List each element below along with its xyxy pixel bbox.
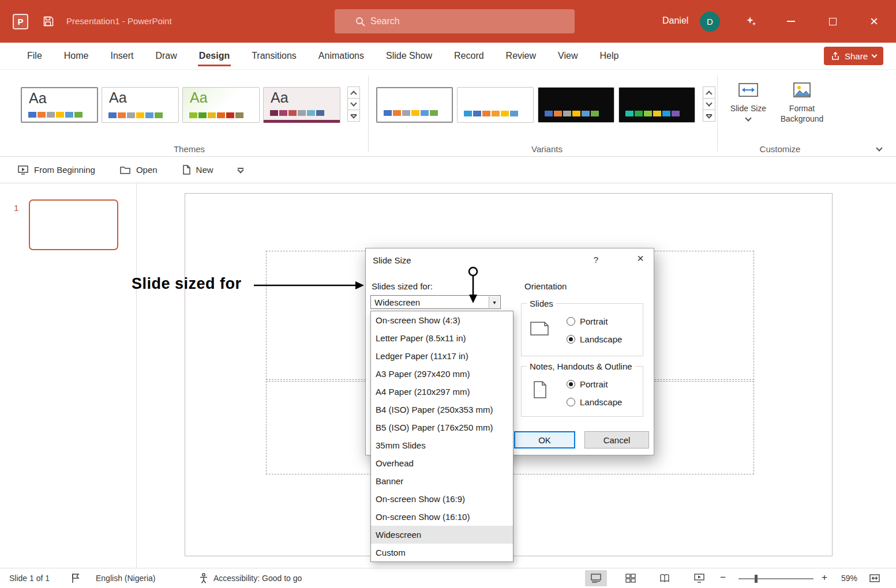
zoom-in-button[interactable]: + — [822, 572, 827, 583]
avatar[interactable]: D — [700, 12, 720, 32]
theme-sample-text: Aa — [22, 88, 97, 105]
tab-draw[interactable]: Draw — [144, 43, 188, 69]
slide-1-thumbnail[interactable] — [29, 199, 118, 250]
variant-4[interactable] — [618, 87, 695, 123]
themes-scroll-down-button[interactable] — [347, 98, 360, 110]
variants-scroll-down-button[interactable] — [703, 98, 715, 110]
language-indicator[interactable]: English (Nigeria) — [96, 574, 155, 583]
tab-insert[interactable]: Insert — [99, 43, 144, 69]
maximize-button[interactable] — [816, 0, 849, 43]
normal-view-button[interactable] — [585, 570, 607, 586]
list-item[interactable]: A3 Paper (297x420 mm) — [371, 365, 513, 383]
whats-new-icon[interactable] — [745, 15, 758, 30]
variant-1[interactable] — [376, 87, 453, 123]
list-item[interactable]: 35mm Slides — [371, 436, 513, 454]
dialog-close-button[interactable]: × — [627, 248, 654, 268]
slide-thumbnail-pane: 1 — [0, 183, 137, 568]
slides-sized-for-dropdown[interactable]: Widescreen ▾ — [370, 295, 501, 309]
collapse-ribbon-icon[interactable] — [876, 145, 882, 151]
tab-animations[interactable]: Animations — [308, 43, 375, 69]
list-item[interactable]: Letter Paper (8.5x11 in) — [371, 329, 513, 347]
search-box[interactable] — [335, 9, 575, 33]
user-name[interactable]: Daniel — [662, 16, 688, 26]
zoom-slider-thumb[interactable] — [755, 575, 758, 583]
portrait-label[interactable]: Portrait — [580, 379, 608, 389]
save-icon[interactable] — [43, 16, 54, 29]
new-button[interactable]: New — [182, 164, 213, 175]
radio-unchecked-icon[interactable] — [567, 398, 575, 406]
from-beginning-button[interactable]: From Beginning — [17, 165, 95, 175]
slide-size-button[interactable]: Slide Size — [730, 80, 767, 120]
cancel-button[interactable]: Cancel — [584, 431, 649, 448]
slide-sorter-view-button[interactable] — [620, 570, 642, 586]
tab-record[interactable]: Record — [443, 43, 495, 69]
notes-portrait-option[interactable]: Portrait — [567, 379, 608, 389]
list-item[interactable]: On-screen Show (4:3) — [371, 311, 513, 329]
radio-checked-icon[interactable] — [567, 380, 575, 389]
list-item[interactable]: Ledger Paper (11x17 in) — [371, 347, 513, 365]
list-item[interactable]: On-screen Show (16:9) — [371, 490, 513, 508]
tab-home[interactable]: Home — [53, 43, 100, 69]
variants-scroll-up-button[interactable] — [703, 86, 715, 99]
notes-landscape-option[interactable]: Landscape — [567, 397, 622, 407]
tab-file[interactable]: File — [16, 43, 53, 69]
accessibility-icon[interactable] — [198, 572, 209, 586]
proofing-flag-icon[interactable] — [70, 572, 81, 586]
radio-checked-icon[interactable] — [567, 335, 575, 344]
tab-transitions[interactable]: Transitions — [241, 43, 308, 69]
themes-more-button[interactable] — [347, 110, 360, 122]
list-item[interactable]: A4 Paper (210x297 mm) — [371, 383, 513, 401]
close-button[interactable]: × — [857, 0, 891, 43]
zoom-slider-track[interactable] — [738, 578, 813, 579]
list-item[interactable]: B4 (ISO) Paper (250x353 mm) — [371, 401, 513, 419]
notes-group-label: Notes, Handouts & Outline — [527, 361, 635, 371]
variant-2[interactable] — [457, 87, 534, 123]
search-input[interactable] — [370, 16, 555, 27]
list-item[interactable]: Overhead — [371, 454, 513, 472]
theme-2[interactable]: Aa — [102, 87, 179, 123]
list-item[interactable]: B5 (ISO) Paper (176x250 mm) — [371, 419, 513, 436]
tab-design[interactable]: Design — [188, 43, 241, 69]
landscape-label[interactable]: Landscape — [580, 334, 622, 344]
notes-orientation-group: Notes, Handouts & Outline Portrait Lands… — [521, 366, 643, 417]
list-item[interactable]: On-screen Show (16:10) — [371, 508, 513, 526]
zoom-out-button[interactable]: − — [720, 572, 726, 583]
slide-counter[interactable]: Slide 1 of 1 — [9, 574, 50, 583]
radio-unchecked-icon[interactable] — [567, 317, 575, 326]
fit-slide-to-window-icon[interactable] — [869, 572, 880, 586]
group-divider — [368, 76, 369, 152]
slides-portrait-option[interactable]: Portrait — [567, 316, 608, 326]
variant-3[interactable] — [538, 87, 614, 123]
minimize-button[interactable] — [774, 0, 808, 43]
tab-view[interactable]: View — [547, 43, 588, 69]
theme-dividend[interactable]: Aa — [263, 87, 340, 123]
zoom-level[interactable]: 59% — [841, 574, 857, 583]
theme-office[interactable]: Aa — [21, 87, 98, 123]
reading-view-button[interactable] — [654, 570, 676, 586]
ok-button[interactable]: OK — [514, 431, 575, 448]
variant-palette — [384, 110, 438, 116]
tab-help[interactable]: Help — [588, 43, 629, 69]
landscape-label[interactable]: Landscape — [580, 397, 622, 407]
from-beginning-label: From Beginning — [34, 165, 95, 175]
dropdown-arrow-icon[interactable]: ▾ — [489, 296, 500, 308]
themes-scroll-up-button[interactable] — [347, 86, 360, 99]
customize-group-label: Customize — [722, 144, 838, 154]
portrait-label[interactable]: Portrait — [580, 316, 608, 326]
list-item[interactable]: Banner — [371, 472, 513, 490]
dialog-help-button[interactable]: ? — [590, 255, 602, 265]
share-button[interactable]: Share — [824, 47, 883, 65]
accessibility-status[interactable]: Accessibility: Good to go — [213, 574, 302, 583]
slide-show-view-button[interactable] — [688, 570, 710, 586]
toolbar-more-button[interactable] — [238, 168, 243, 172]
list-item[interactable]: Custom — [371, 544, 513, 561]
open-button[interactable]: Open — [119, 165, 158, 175]
variants-more-button[interactable] — [703, 110, 715, 122]
list-item-widescreen-selected[interactable]: Widescreen — [371, 526, 513, 544]
tab-slide-show[interactable]: Slide Show — [375, 43, 443, 69]
theme-facet[interactable]: Aa — [182, 87, 260, 123]
format-background-button[interactable]: Format Background — [775, 80, 828, 124]
tab-review[interactable]: Review — [495, 43, 547, 69]
dropdown-list: On-screen Show (4:3) Letter Paper (8.5x1… — [370, 311, 513, 562]
slides-landscape-option[interactable]: Landscape — [567, 334, 622, 344]
